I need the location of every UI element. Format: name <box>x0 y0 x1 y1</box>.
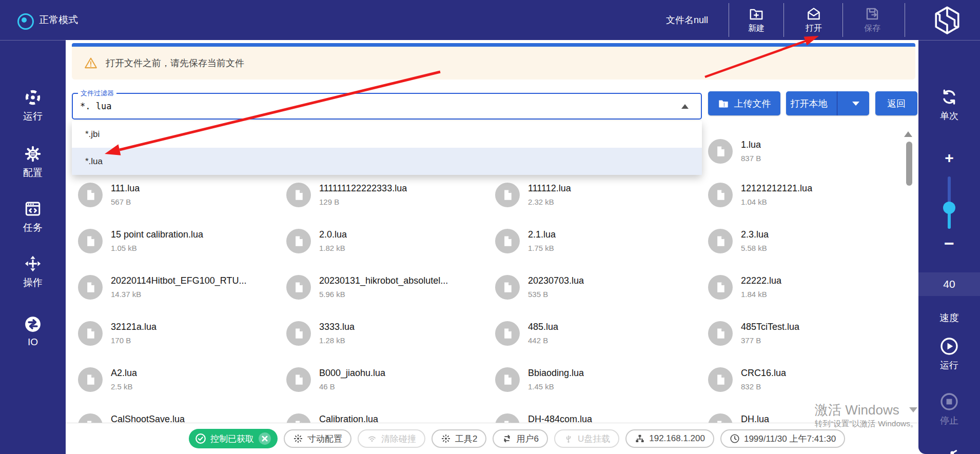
open-local-dropdown-button[interactable] <box>842 91 869 115</box>
file-item[interactable]: CRC16.lua832 B <box>708 367 906 398</box>
pill-label: 清除碰撞 <box>381 433 416 445</box>
speed-slider-thumb[interactable] <box>943 202 955 214</box>
file-name: 12121212121.lua <box>741 183 812 194</box>
status-pill-jog-config[interactable]: 寸动配置 <box>284 429 351 448</box>
file-icon <box>708 275 733 300</box>
upload-file-button[interactable]: 上传文件 <box>708 91 780 115</box>
status-pill-usb-mount: U盘挂载 <box>554 429 619 448</box>
file-icon <box>78 413 103 423</box>
file-item[interactable]: 111.lua567 B <box>78 183 276 213</box>
open-button[interactable]: 打开 <box>788 0 839 40</box>
file-item[interactable]: 111111122222333.lua129 B <box>286 183 484 213</box>
collapse-caret-icon[interactable] <box>681 104 689 109</box>
file-size: 2.5 kB <box>111 382 133 391</box>
sidebar-item-config[interactable]: 配置 <box>0 145 66 180</box>
file-item[interactable]: DH-484com.lua <box>495 413 693 423</box>
filter-dropdown: *.jbi*.lua <box>72 121 702 175</box>
status-pill-ip: 192.168.1.200 <box>625 429 714 448</box>
open-local-button[interactable]: 打开本地 <box>786 97 832 110</box>
file-item[interactable]: Bbiaoding.lua1.45 kB <box>495 367 693 398</box>
sidebar-item-task[interactable]: 任务 <box>0 200 66 234</box>
file-item[interactable]: 20230131_hikrobot_absolutel...5.96 kB <box>286 275 484 306</box>
file-filter-input[interactable]: 文件过滤器 *. lua <box>72 93 702 120</box>
new-button[interactable]: 新建 <box>731 0 782 40</box>
file-name: 2.0.lua <box>319 229 347 240</box>
scrollbar-thumb[interactable] <box>906 142 912 186</box>
file-size: 129 B <box>319 198 339 206</box>
pill-label: 192.168.1.200 <box>649 433 705 444</box>
speed-decrease-button[interactable]: − <box>918 233 980 253</box>
file-size: 2.32 kB <box>528 198 554 206</box>
filename-label: 文件名null <box>666 0 708 40</box>
open-label: 打开 <box>806 23 822 34</box>
single-cycle-button[interactable]: 单次 <box>918 88 980 122</box>
drag-mode-button[interactable]: 拖动 <box>918 448 980 454</box>
save-button: 保存 <box>847 0 898 40</box>
file-item[interactable]: 22222.lua1.84 kB <box>708 275 906 306</box>
file-item[interactable]: 32121a.lua170 B <box>78 321 276 352</box>
sidebar-item-label: 操作 <box>23 276 43 289</box>
file-item[interactable]: Calibration.lua <box>286 413 484 423</box>
file-item[interactable]: 20230703.lua535 B <box>495 275 693 306</box>
right-sidebar: 单次 + − 40 速度 运行 停止 拖动 <box>918 40 980 454</box>
file-size: 170 B <box>111 336 131 345</box>
file-item[interactable]: 2.1.lua1.75 kB <box>495 229 693 260</box>
run-button[interactable]: 运行 <box>918 337 980 371</box>
file-icon <box>286 413 311 423</box>
warning-text: 打开文件之前，请先保存当前文件 <box>106 47 244 80</box>
file-icon <box>78 321 103 346</box>
status-pill-control[interactable]: 控制已获取 <box>189 429 278 448</box>
sidebar-item-run[interactable]: 运行 <box>0 89 66 123</box>
sidebar-item-operate[interactable]: 操作 <box>0 255 66 289</box>
file-name: 111111122222333.lua <box>319 183 407 194</box>
save-icon <box>865 6 880 22</box>
file-item[interactable]: 1.lua837 B <box>708 139 906 170</box>
file-item[interactable]: 15 point calibration.lua1.05 kB <box>78 229 276 260</box>
file-item[interactable]: A2.lua2.5 kB <box>78 367 276 398</box>
file-item[interactable]: CalShootSave.lua <box>78 413 276 423</box>
lan-icon <box>635 433 645 444</box>
stop-button: 停止 <box>918 392 980 427</box>
filter-option-lua[interactable]: *.lua <box>72 148 702 175</box>
status-pill-tool[interactable]: 工具2 <box>432 429 486 448</box>
bottom-status-bar: 控制已获取寸动配置清除碰撞工具2用户6U盘挂载192.168.1.2001999… <box>66 423 918 454</box>
target-icon <box>24 89 42 106</box>
file-item[interactable]: 2.3.lua5.58 kB <box>708 229 906 260</box>
file-icon <box>708 229 733 253</box>
back-button[interactable]: 返回 <box>875 91 917 115</box>
move-icon <box>24 255 42 272</box>
file-item[interactable]: 3333.lua1.28 kB <box>286 321 484 352</box>
file-item[interactable]: 485TciTest.lua377 B <box>708 321 906 352</box>
status-pill-clear-collision: 清除碰撞 <box>358 429 425 448</box>
file-item[interactable]: 485.lua442 B <box>495 321 693 352</box>
file-size: 5.58 kB <box>741 244 767 252</box>
status-pill-user[interactable]: 用户6 <box>493 429 547 448</box>
speed-slider[interactable] <box>948 176 951 229</box>
filter-option-jbi[interactable]: *.jbi <box>72 121 702 148</box>
speed-value[interactable]: 40 <box>918 272 980 296</box>
usb-icon <box>563 433 574 444</box>
file-item[interactable]: 12121212121.lua1.04 kB <box>708 183 906 213</box>
file-filter-value: *. lua <box>80 94 111 119</box>
file-name: CRC16.lua <box>741 368 786 379</box>
sidebar-item-label: 运行 <box>23 110 43 123</box>
file-icon <box>286 367 311 392</box>
file-item[interactable]: 111112.lua2.32 kB <box>495 183 693 213</box>
file-size: 832 B <box>741 382 761 391</box>
file-item[interactable]: 2.0.lua1.82 kB <box>286 229 484 260</box>
speed-increase-button[interactable]: + <box>918 149 980 167</box>
file-item[interactable]: B000_jiaohu.lua46 B <box>286 367 484 398</box>
sidebar-item-io[interactable]: IO <box>0 315 66 348</box>
gear-icon <box>24 145 42 163</box>
clock-icon <box>730 433 740 444</box>
pill-label: U盘挂载 <box>578 433 610 445</box>
file-item[interactable]: 20220114Hitbot_EFG100_RTU...14.37 kB <box>78 275 276 306</box>
file-name: 485.lua <box>528 322 558 332</box>
file-size: 1.28 kB <box>319 336 345 345</box>
app-logo <box>924 2 971 38</box>
cube-logo-icon <box>932 5 962 35</box>
wifi-icon <box>367 433 377 444</box>
file-item[interactable]: DH.lua <box>708 413 906 423</box>
scroll-up-arrow[interactable] <box>904 131 912 137</box>
close-circle-icon[interactable] <box>258 432 271 445</box>
